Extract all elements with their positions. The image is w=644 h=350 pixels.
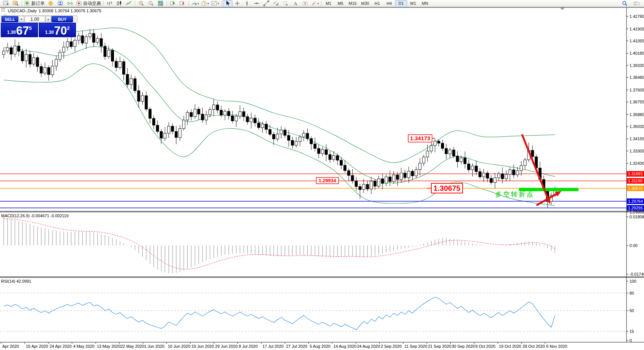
svg-text:1.35880: 1.35880: [629, 112, 644, 117]
volume-decrease-button[interactable]: ▼: [19, 16, 24, 22]
toolbar-separator: [188, 1, 189, 6]
timeframe-h1-button[interactable]: H1: [371, 0, 383, 7]
crosshair-icon[interactable]: [232, 0, 242, 7]
toolbar-separator: [321, 1, 321, 6]
rsi-indicator-label: RSI(14) 42.0991: [1, 279, 31, 283]
search-icon[interactable]: [622, 0, 628, 7]
quotes-icon[interactable]: [46, 0, 55, 7]
label-icon[interactable]: T: [300, 0, 310, 7]
market-watch-icon[interactable]: [55, 0, 65, 7]
trendline-icon[interactable]: [261, 0, 271, 7]
timeframe-mn-button[interactable]: MN: [419, 0, 431, 7]
price-tag-1.30675: 1.30675: [627, 186, 644, 191]
svg-text:29 Jun 2020: 29 Jun 2020: [215, 344, 238, 349]
shift-marker: [560, 8, 565, 10]
timeframe-d1-button[interactable]: D1: [395, 0, 407, 7]
peak-price-label[interactable]: 1.34173: [408, 135, 432, 142]
toolbar-separator: [103, 1, 104, 6]
bollinger-lower-band: [4, 64, 555, 206]
chart-canvas[interactable]: 多空转折点1.341731.306751.29934MACD(12,26,9) …: [0, 0, 644, 350]
svg-text:1.29764: 1.29764: [628, 199, 643, 203]
svg-text:5 Aug 2020: 5 Aug 2020: [310, 344, 331, 349]
fibonacci-icon[interactable]: F: [281, 0, 291, 7]
main-chart-pane[interactable]: 多空转折点1.341731.306751.29934: [0, 15, 626, 208]
sell-button[interactable]: SELL: [1, 16, 18, 22]
svg-text:F: F: [286, 3, 288, 6]
svg-text:50: 50: [629, 308, 634, 313]
svg-text:1.30675: 1.30675: [434, 184, 460, 192]
rsi-pane[interactable]: RSI(14) 42.0991: [0, 279, 626, 331]
timeframe-h4-button[interactable]: H4: [383, 0, 395, 7]
cursor-icon[interactable]: [223, 0, 232, 7]
svg-text:A: A: [294, 1, 298, 6]
sell-price-figure: 1.30: [7, 30, 16, 35]
buy-price[interactable]: 1.30702: [39, 23, 76, 37]
channel-icon[interactable]: E: [271, 0, 281, 7]
svg-text:-0.017497: -0.017497: [629, 272, 644, 276]
new-order-button[interactable]: 新订单: [23, 0, 46, 7]
zoom-in-icon[interactable]: [136, 0, 146, 7]
svg-text:1.29934: 1.29934: [319, 178, 337, 183]
svg-text:2 Sep 2020: 2 Sep 2020: [381, 344, 402, 349]
bar-chart-icon[interactable]: [105, 0, 114, 7]
price-tag-1.31196: 1.31196: [627, 178, 644, 184]
timeframe-m30-button[interactable]: M30: [359, 0, 371, 7]
hline-icon[interactable]: [252, 0, 261, 7]
toolbar-separator: [135, 1, 135, 6]
templates-icon[interactable]: ▾: [210, 0, 220, 7]
timeframe-m5-button[interactable]: M5: [334, 0, 346, 7]
chart-shift-icon[interactable]: [178, 0, 187, 7]
macd-pane[interactable]: MACD(12,26,9) -0.004671 -0.002119: [1, 213, 555, 273]
chevron-down-icon: ▾: [317, 2, 319, 5]
profiles-icon[interactable]: [11, 0, 20, 7]
ohlc-values: 1.30306 1.30764 1.30076 1.30675: [39, 9, 101, 13]
candlestick-icon[interactable]: [114, 0, 124, 7]
timeframe-m15-button[interactable]: M15: [346, 0, 359, 7]
svg-text:15: 15: [629, 329, 634, 334]
svg-text:0.018083: 0.018083: [629, 215, 644, 219]
svg-text:10 Jun 2020: 10 Jun 2020: [168, 344, 191, 349]
svg-text:28 Oct 2020: 28 Oct 2020: [523, 344, 545, 349]
svg-text:Apr 2020: Apr 2020: [2, 344, 19, 349]
tile-windows-icon[interactable]: [156, 0, 165, 7]
date-axis[interactable]: Apr 202015 Apr 202024 Apr 20204 May 2020…: [1, 342, 567, 349]
svg-text:1.34173: 1.34173: [410, 135, 430, 141]
chinese-note-label[interactable]: 多空转折点: [495, 190, 534, 198]
zoom-out-icon[interactable]: [146, 0, 156, 7]
vline-icon[interactable]: [242, 0, 252, 7]
buy-button[interactable]: BUY: [51, 16, 73, 22]
rsi-line: [4, 297, 555, 330]
autotrade-button[interactable]: 自动交易: [75, 0, 102, 7]
svg-text:1.42780: 1.42780: [629, 14, 644, 19]
signal-icon[interactable]: [65, 0, 75, 7]
svg-text:1.34155: 1.34155: [629, 137, 644, 141]
svg-text:9 Oct 2020: 9 Oct 2020: [475, 344, 495, 349]
chat-icon[interactable]: [634, 0, 640, 7]
svg-text:1.33305: 1.33305: [629, 149, 644, 153]
volume-increase-button[interactable]: ▲: [45, 16, 51, 22]
arrows-icon[interactable]: ▾: [310, 0, 320, 7]
sell-price[interactable]: 1.30675: [1, 23, 38, 37]
svg-text:4 May 2020: 4 May 2020: [73, 344, 95, 349]
svg-text:15 Apr 2020: 15 Apr 2020: [26, 344, 48, 349]
svg-text:1.38480: 1.38480: [629, 75, 644, 80]
toolbar: 新订单自动交易▾▾▾EFAT▾M1M5M15M30H1H4D1W1MN: [0, 0, 644, 7]
buy-price-pips: 70: [54, 25, 67, 37]
sell-price-point: 5: [29, 25, 32, 31]
line-chart-icon[interactable]: [124, 0, 134, 7]
periods-icon[interactable]: ▾: [200, 0, 210, 7]
low-price-label[interactable]: 1.29934: [316, 177, 339, 184]
new-chart-icon[interactable]: [1, 0, 11, 7]
current-price-label[interactable]: 1.30675: [431, 183, 463, 193]
auto-scroll-icon[interactable]: [168, 0, 178, 7]
price-axis[interactable]: 1.427801.419051.410551.401801.393301.384…: [626, 14, 644, 343]
toolbar-separator: [166, 1, 167, 6]
text-icon[interactable]: A: [291, 0, 300, 7]
svg-text:11 Sep 2020: 11 Sep 2020: [405, 344, 428, 349]
svg-text:E: E: [277, 3, 279, 6]
timeframe-w1-button[interactable]: W1: [407, 0, 419, 7]
timeframe-m1-button[interactable]: M1: [323, 0, 334, 7]
indicators-icon[interactable]: ▾: [190, 0, 200, 7]
volume-input[interactable]: [25, 16, 45, 22]
svg-text:19 Oct 2020: 19 Oct 2020: [499, 344, 521, 349]
